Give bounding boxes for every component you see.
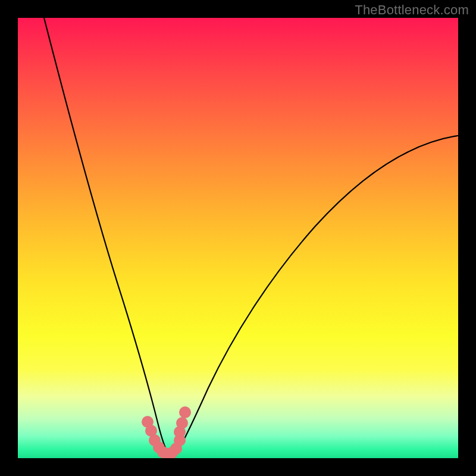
plot-area: [18, 18, 458, 458]
chart-frame: TheBottleneck.com: [0, 0, 476, 476]
marker-dot: [179, 406, 191, 418]
watermark-text: TheBottleneck.com: [355, 2, 469, 18]
left-curve: [44, 18, 168, 453]
chart-svg: [18, 18, 458, 458]
marker-dot: [176, 417, 188, 429]
right-curve: [176, 136, 458, 453]
marker-group: [142, 406, 191, 458]
